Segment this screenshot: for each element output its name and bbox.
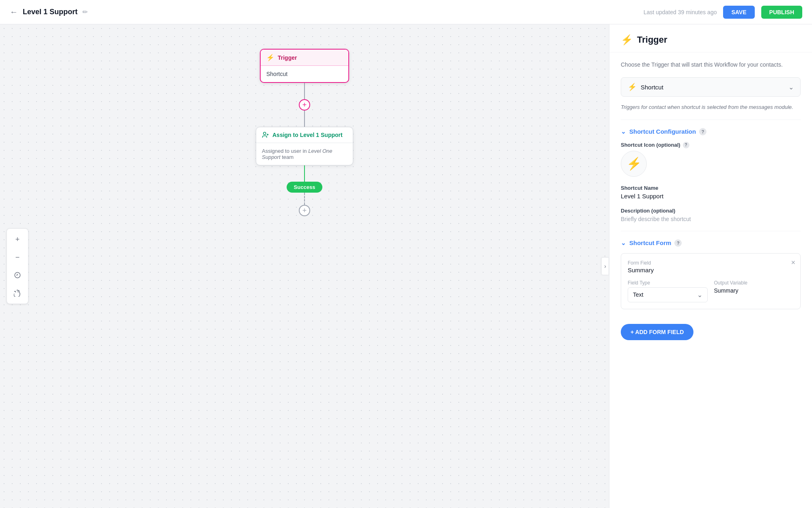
shortcut-config-toggle[interactable]: ⌄ Shortcut Configuration ? [621,128,801,135]
shortcut-form-label: Shortcut Form [629,239,671,246]
save-button[interactable]: SAVE [723,6,754,19]
shortcut-form-toggle[interactable]: ⌄ Shortcut Form ? [621,239,801,247]
success-badge: Success [287,182,323,193]
workflow-canvas[interactable]: + − ⚡ Trigger Shortcut [0,24,609,508]
trigger-node-header: ⚡ Trigger [261,50,348,66]
shortcut-icon-field-label: Shortcut Icon (optional) ? [621,142,801,148]
main-layout: + − ⚡ Trigger Shortcut [0,24,812,508]
divider-1 [621,119,801,120]
selected-icon: ⚡ [626,156,641,171]
description-placeholder: Briefly describe the shortcut [621,216,691,222]
trigger-node-title: Trigger [278,54,297,61]
header-left: ← Level 1 Support ✏ [10,7,88,17]
description-field-label: Description (optional) [621,208,801,214]
divider-2 [621,231,801,231]
trigger-node[interactable]: ⚡ Trigger Shortcut [260,49,349,83]
line-1 [304,83,305,99]
trigger-dropdown-label: Shortcut [641,84,663,91]
connector-2: Success + [287,165,323,216]
add-form-field-label: + ADD FORM FIELD [631,329,684,335]
trigger-node-body: Shortcut [261,66,348,82]
trigger-body-text: Shortcut [266,71,287,77]
sidebar-content: Choose the Trigger that will start this … [609,52,812,324]
line-2 [304,111,305,127]
form-field-row: Field Type Text ⌄ Output Variable Summar… [628,280,794,302]
sidebar-title: Trigger [637,35,667,45]
sidebar-header: ⚡ Trigger [609,24,812,52]
zoom-out-button[interactable]: − [10,250,25,265]
form-field-name-value: Summary [628,267,794,274]
form-field-card: × Form Field Summary Field Type Text ⌄ O… [621,253,801,309]
output-var-value: Summary [714,287,794,294]
config-chevron-icon: ⌄ [621,128,626,135]
trigger-note-text: Triggers for contact when shortcut is se… [621,103,801,111]
add-node-button-2[interactable]: + [299,205,310,216]
add-form-field-button[interactable]: + ADD FORM FIELD [621,324,693,340]
output-var-label: Output Variable [714,280,794,286]
shortcut-config-label: Shortcut Configuration [629,128,696,135]
sidebar-description: Choose the Trigger that will start this … [621,61,801,69]
shortcut-name-label: Shortcut Name [621,185,801,191]
dropdown-lightning-icon: ⚡ [628,82,637,91]
shortcut-form-help-icon[interactable]: ? [674,239,682,247]
page-title: Level 1 Support [23,8,78,16]
assign-node-title: Assign to Level 1 Support [272,132,343,138]
shortcut-name-value: Level 1 Support [621,193,801,200]
collapse-chevron-icon: › [604,263,606,269]
canvas-toolbar: + − [6,228,28,304]
green-line [304,165,305,182]
sidebar-trigger-icon: ⚡ [621,34,633,46]
sidebar-panel: ⚡ Trigger Choose the Trigger that will s… [609,24,812,508]
flow-container: ⚡ Trigger Shortcut + Assign to Le [256,49,353,216]
publish-button[interactable]: PUBLISH [761,6,802,19]
collapse-sidebar-button[interactable]: › [601,257,609,275]
assign-node-body: Assigned to user in Level One Support te… [256,143,353,165]
icon-picker-button[interactable]: ⚡ [621,151,647,177]
trigger-dropdown-left: ⚡ Shortcut [628,82,663,91]
trigger-type-dropdown[interactable]: ⚡ Shortcut ⌄ [621,77,801,97]
form-field-close-button[interactable]: × [791,258,795,267]
form-field-name-label: Form Field [628,260,794,266]
output-var-col: Output Variable Summary [714,280,794,302]
trigger-dropdown-chevron: ⌄ [788,83,794,91]
edit-title-button[interactable]: ✏ [82,8,88,16]
field-type-value: Text [633,291,644,298]
trigger-lightning-icon: ⚡ [266,54,274,61]
svg-point-3 [263,132,266,135]
shortcut-config-help-icon[interactable]: ? [699,128,706,135]
header: ← Level 1 Support ✏ Last updated 39 minu… [0,0,812,24]
assign-user-icon [262,131,269,139]
shortcut-icon-help-icon[interactable]: ? [683,142,689,148]
header-right: Last updated 39 minutes ago SAVE PUBLISH [644,6,802,19]
field-type-dropdown[interactable]: Text ⌄ [628,287,708,302]
form-chevron-icon: ⌄ [621,239,626,247]
assign-node-header: Assign to Level 1 Support [256,127,353,143]
hand-tool-button[interactable] [10,286,25,300]
field-type-chevron: ⌄ [697,291,702,299]
field-type-label: Field Type [628,280,708,286]
field-type-col: Field Type Text ⌄ [628,280,708,302]
dashed-line [304,193,305,205]
last-updated-text: Last updated 39 minutes ago [644,9,717,15]
description-field[interactable]: Briefly describe the shortcut [621,215,801,223]
fit-view-button[interactable] [10,268,25,282]
assign-node[interactable]: Assign to Level 1 Support Assigned to us… [256,127,353,165]
back-button[interactable]: ← [10,7,18,17]
add-node-button-1[interactable]: + [299,99,310,111]
zoom-in-button[interactable]: + [10,232,25,247]
connector-1: + [299,83,310,127]
